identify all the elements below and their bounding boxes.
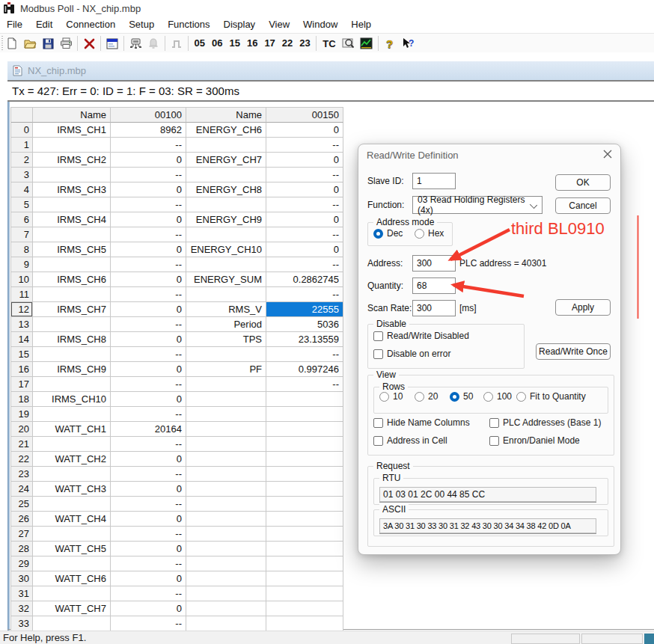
grid-cell[interactable]: -- — [111, 138, 186, 153]
print-icon[interactable] — [57, 35, 75, 52]
new-file-icon[interactable] — [3, 35, 21, 52]
grid-cell[interactable]: 0 — [111, 482, 186, 497]
grid-cell[interactable] — [33, 527, 111, 542]
grid-cell[interactable]: -- — [111, 407, 186, 422]
grid-cell[interactable]: 0 — [266, 183, 343, 197]
grid-cell[interactable]: PF — [186, 362, 266, 377]
grid-cell[interactable] — [33, 467, 111, 482]
grid-cell[interactable] — [33, 347, 111, 362]
grid-cell[interactable] — [186, 542, 266, 556]
grid-cell[interactable] — [266, 422, 343, 437]
grid-cell[interactable]: 0 — [266, 123, 343, 138]
grid-row-number[interactable]: 2 — [11, 153, 33, 168]
grid-header-3[interactable]: Name — [186, 108, 266, 123]
menu-edit[interactable]: Edit — [29, 16, 59, 33]
grid-cell[interactable] — [186, 257, 266, 272]
grid-row-number[interactable]: 7 — [11, 227, 33, 242]
checkbox-read-write-disabled[interactable]: Read/Write Disabled — [373, 331, 469, 341]
grid-cell[interactable]: WATT_CH7 — [33, 601, 111, 616]
grid-cell[interactable] — [186, 497, 266, 512]
grid-cell[interactable]: Period — [186, 317, 266, 332]
checkbox-plc-addresses-base-1[interactable]: PLC Addresses (Base 1) — [489, 417, 601, 428]
grid-cell[interactable] — [266, 407, 343, 422]
grid-cell[interactable]: -- — [266, 257, 343, 272]
grid-row-number[interactable]: 18 — [11, 392, 33, 407]
grid-cell[interactable] — [266, 616, 343, 631]
grid-row-number[interactable]: 0 — [11, 123, 33, 138]
menu-connection[interactable]: Connection — [59, 16, 122, 33]
grid-cell[interactable] — [33, 168, 111, 183]
grid-row-number[interactable]: 22 — [11, 452, 33, 467]
error-counter-icon[interactable] — [144, 35, 162, 52]
grid-cell[interactable]: IRMS_CH4 — [33, 212, 111, 227]
grid-cell[interactable]: ENERGY_CH10 — [186, 242, 266, 257]
grid-cell[interactable]: 0 — [111, 601, 186, 616]
grid-cell[interactable]: IRMS_CH5 — [33, 242, 111, 257]
grid-cell[interactable]: 0 — [111, 392, 186, 407]
grid-row-number[interactable]: 11 — [11, 287, 33, 302]
grid-cell[interactable] — [266, 527, 343, 542]
checkbox-disable-on-error[interactable]: Disable on error — [373, 349, 450, 359]
grid-cell[interactable]: RMS_V — [186, 302, 266, 317]
grid-row-number[interactable]: 16 — [11, 362, 33, 377]
grid-cell[interactable] — [186, 377, 266, 392]
grid-cell[interactable]: 20164 — [111, 422, 186, 437]
grid-cell[interactable]: 0 — [111, 302, 186, 317]
grid-cell[interactable] — [33, 407, 111, 422]
save-icon[interactable] — [39, 35, 57, 52]
grid-row-number[interactable]: 23 — [11, 467, 33, 482]
document-title-bar[interactable]: NX_chip.mbp — [7, 61, 654, 80]
grid-cell[interactable]: -- — [111, 616, 186, 631]
context-help-icon[interactable]: ? — [399, 35, 417, 52]
grid-cell[interactable]: WATT_CH5 — [33, 542, 111, 556]
grid-row-number[interactable]: 20 — [11, 422, 33, 437]
disconnect-icon[interactable] — [80, 35, 98, 52]
grid-cell[interactable]: ENERGY_CH9 — [186, 212, 266, 227]
grid-cell[interactable] — [186, 616, 266, 631]
menu-window[interactable]: Window — [296, 16, 344, 33]
grid-cell[interactable] — [266, 467, 343, 482]
grid-cell[interactable]: IRMS_CH10 — [33, 392, 111, 407]
function-17-button[interactable]: 17 — [261, 35, 278, 52]
grid-cell[interactable]: ENERGY_SUM — [186, 272, 266, 287]
grid-cell[interactable]: -- — [266, 197, 343, 212]
checkbox-enron-daniel-mode[interactable]: Enron/Daniel Mode — [489, 435, 580, 446]
grid-cell[interactable] — [186, 527, 266, 542]
grid-cell[interactable] — [186, 601, 266, 616]
test-center-button[interactable]: TC — [319, 38, 339, 49]
grid-cell[interactable] — [33, 616, 111, 631]
grid-cell[interactable] — [33, 497, 111, 512]
grid-row-number[interactable]: 8 — [11, 242, 33, 257]
grid-cell[interactable]: -- — [111, 437, 186, 452]
grid-row-number[interactable]: 4 — [11, 183, 33, 197]
grid-cell[interactable] — [266, 392, 343, 407]
grid-cell[interactable] — [186, 168, 266, 183]
grid-cell[interactable]: TPS — [186, 332, 266, 347]
function-22-button[interactable]: 22 — [278, 35, 296, 52]
grid-cell[interactable]: -- — [266, 287, 343, 302]
function-16-button[interactable]: 16 — [243, 35, 260, 52]
grid-cell[interactable] — [266, 586, 343, 601]
grid-cell[interactable]: -- — [111, 347, 186, 362]
grid-cell[interactable]: 0.2862745 — [266, 272, 343, 287]
grid-row-number[interactable]: 21 — [11, 437, 33, 452]
radio-10[interactable]: 10 — [379, 391, 403, 402]
grid-cell[interactable] — [33, 317, 111, 332]
grid-cell[interactable]: WATT_CH6 — [33, 571, 111, 586]
radio-dec[interactable]: Dec — [373, 228, 403, 239]
grid-cell[interactable]: WATT_CH1 — [33, 422, 111, 437]
grid-row-number[interactable]: 29 — [11, 556, 33, 571]
grid-cell[interactable]: 0 — [111, 242, 186, 257]
grid-cell[interactable]: IRMS_CH7 — [33, 302, 111, 317]
function-05-button[interactable]: 05 — [191, 35, 208, 52]
grid-cell[interactable] — [186, 138, 266, 153]
grid-cell[interactable]: -- — [266, 227, 343, 242]
grid-cell[interactable] — [266, 452, 343, 467]
grid-cell[interactable]: 0 — [111, 153, 186, 168]
function-15-button[interactable]: 15 — [226, 35, 243, 52]
grid-row-number[interactable]: 26 — [11, 512, 33, 527]
grid-cell[interactable]: IRMS_CH3 — [33, 183, 111, 197]
grid-cell[interactable]: 0 — [111, 452, 186, 467]
grid-cell[interactable]: 0 — [111, 183, 186, 197]
grid-cell[interactable]: -- — [266, 168, 343, 183]
